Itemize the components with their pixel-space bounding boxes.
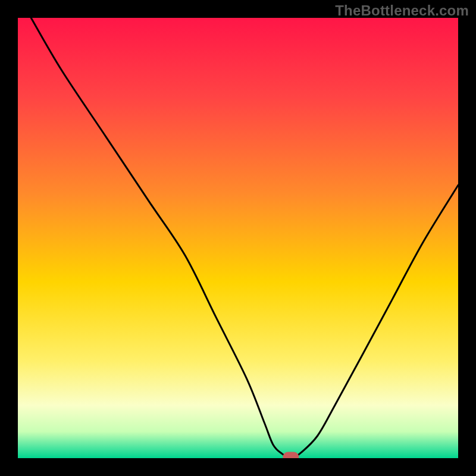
plot-area bbox=[18, 18, 458, 458]
optimum-marker bbox=[283, 452, 299, 458]
gradient-background bbox=[18, 18, 458, 458]
chart-svg bbox=[18, 18, 458, 458]
chart-frame: TheBottleneck.com bbox=[0, 0, 476, 476]
watermark-text: TheBottleneck.com bbox=[335, 2, 469, 19]
